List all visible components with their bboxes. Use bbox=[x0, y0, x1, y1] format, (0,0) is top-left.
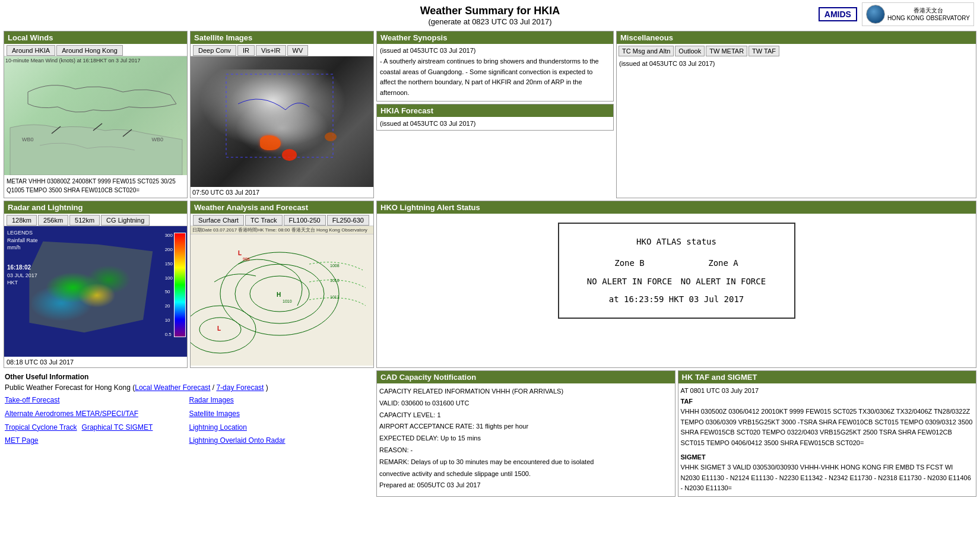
tab-surface-chart[interactable]: Surface Chart bbox=[193, 215, 244, 226]
pressure-contours: H 1010 L L 998 1008 1010 1012 bbox=[191, 234, 373, 364]
svg-text:1010: 1010 bbox=[283, 299, 292, 303]
hk-taf-sigmet-panel: HK TAF and SIGMET AT 0801 UTC 03 July 20… bbox=[678, 370, 977, 497]
cad-line-1: VALID: 030600 to 031600 UTC bbox=[379, 398, 673, 410]
synopsis-text: - A southerly airstream continues to bri… bbox=[380, 56, 610, 98]
tab-deep-conv[interactable]: Deep Conv bbox=[193, 45, 236, 56]
weather-synopsis-panel: Weather Synopsis (issued at 0453UTC 03 J… bbox=[376, 31, 614, 101]
sigmet-label: SIGMET bbox=[681, 452, 974, 463]
seven-day-link[interactable]: 7-day Forecast bbox=[216, 383, 264, 392]
local-winds-header: Local Winds bbox=[4, 31, 187, 44]
tab-around-hk[interactable]: Around Hong Kong bbox=[56, 45, 123, 56]
link-radar-images[interactable]: Radar Images bbox=[189, 394, 373, 407]
map-label-wd1: WB0 bbox=[151, 137, 163, 142]
radar-echo bbox=[31, 252, 150, 331]
sat-conv-blob1 bbox=[260, 135, 281, 150]
tab-512km[interactable]: 512km bbox=[69, 215, 100, 226]
link-takeoff[interactable]: Take-off Forecast bbox=[5, 394, 189, 407]
analysis-map-header: 日期Date 03.07.2017 香港時間HK Time: 08:00 香港天… bbox=[191, 226, 373, 234]
satellite-timestamp: 07:50 UTC 03 Jul 2017 bbox=[191, 187, 373, 198]
satellite-images-panel: Satellite Images Deep Conv IR Vis+IR WV … bbox=[190, 31, 374, 198]
svg-text:L: L bbox=[217, 325, 221, 332]
hko-text: 香港天文台 HONG KONG OBSERVATORY bbox=[887, 7, 970, 22]
satellite-tabs: Deep Conv IR Vis+IR WV bbox=[191, 44, 373, 56]
atlas-statuses: NO ALERT IN FORCE NO ALERT IN FORCE bbox=[583, 272, 770, 291]
hko-logo: 香港天文台 HONG KONG OBSERVATORY bbox=[862, 2, 974, 26]
amids-logo: AMIDS bbox=[819, 7, 857, 21]
tab-tc-msg[interactable]: TC Msg and Altn bbox=[619, 46, 674, 56]
link-graphical-tc[interactable]: Graphical TC SIGMET bbox=[82, 421, 153, 434]
svg-text:H: H bbox=[277, 291, 281, 298]
tab-256km[interactable]: 256km bbox=[38, 215, 68, 226]
tab-ir[interactable]: IR bbox=[237, 45, 255, 56]
link-satellite-images[interactable]: Satellite Images bbox=[189, 407, 373, 421]
miscellaneous-panel: Miscellaneous TC Msg and Altn Outlook TW… bbox=[616, 31, 976, 198]
local-weather-link[interactable]: Local Weather Forecast bbox=[135, 383, 210, 392]
taf-timestamp: AT 0801 UTC 03 July 2017 bbox=[681, 386, 974, 396]
link-tropical[interactable]: Tropical Cyclone Track bbox=[5, 421, 77, 434]
tab-outlook[interactable]: Outlook bbox=[675, 46, 705, 56]
hko-globe-icon bbox=[866, 5, 885, 24]
satellite-header: Satellite Images bbox=[191, 31, 373, 44]
satellite-image bbox=[191, 56, 373, 187]
synopsis-forecast-col: Weather Synopsis (issued at 0453UTC 03 J… bbox=[376, 31, 614, 198]
synopsis-issued: (issued at 0453UTC 03 Jul 2017) bbox=[380, 47, 610, 54]
cad-capacity-panel: CAD Capacity Notification CAPACITY RELAT… bbox=[376, 370, 675, 497]
radar-timestamp: 08:18 UTC 03 Jul 2017 bbox=[4, 357, 187, 367]
tab-128km[interactable]: 128km bbox=[7, 215, 37, 226]
radar-colorbar bbox=[174, 233, 186, 337]
analysis-map: H 1010 L L 998 1008 1010 1012 bbox=[191, 234, 373, 364]
radar-tabs: 128km 256km 512km CG Lightning bbox=[4, 214, 187, 226]
link-met[interactable]: MET Page bbox=[5, 434, 189, 448]
cad-content: CAPACITY RELATED INFORMATION VHHH (FOR A… bbox=[377, 383, 675, 494]
sat-convection-svg bbox=[191, 56, 373, 187]
tab-vis-ir[interactable]: Vis+IR bbox=[256, 45, 286, 56]
map-label-wd0: WB0 bbox=[22, 137, 34, 142]
other-info-title: Other Useful Information bbox=[5, 373, 373, 381]
synopsis-header: Weather Synopsis bbox=[377, 31, 613, 44]
tab-cg-lightning[interactable]: CG Lightning bbox=[101, 215, 150, 226]
tab-fl100-250[interactable]: FL100-250 bbox=[284, 215, 326, 226]
cad-line-6: REMARK: Delays of up to 30 minutes may b… bbox=[379, 456, 673, 468]
cad-line-2: CAPACITY LEVEL: 1 bbox=[379, 410, 673, 421]
sigmet-text: VHHK SIGMET 3 VALID 030530/030930 VHHH-V… bbox=[681, 462, 974, 494]
metar-text: METAR VHHH 030800Z 24008KT 9999 FEW015 S… bbox=[4, 175, 187, 196]
taf-sigmet-content: AT 0801 UTC 03 July 2017 TAF VHHH 030500… bbox=[678, 383, 976, 496]
atlas-zones: Zone B Zone A bbox=[583, 254, 770, 272]
svg-point-7 bbox=[191, 306, 256, 353]
tab-wv[interactable]: WV bbox=[287, 45, 309, 56]
misc-header: Miscellaneous bbox=[617, 31, 976, 44]
analysis-map-container: 日期Date 03.07.2017 香港時間HK Time: 08:00 香港天… bbox=[191, 226, 373, 366]
tab-tw-taf[interactable]: TW TAF bbox=[749, 46, 779, 56]
radar-time-overlay: LEGENDS Rainfall Rate mm/h 16:18:02 03 J… bbox=[7, 229, 38, 287]
link-lightning-radar[interactable]: Lightning Overlaid Onto Radar bbox=[189, 434, 373, 448]
forecast-slash: / bbox=[210, 383, 216, 392]
cad-line-4: EXPECTED DELAY: Up to 15 mins bbox=[379, 433, 673, 445]
winds-map: 10-minute Mean Wind (knots) at 16:18HKT … bbox=[4, 56, 187, 175]
lightning-header: HKO Lightning Alert Status bbox=[377, 201, 976, 214]
local-winds-tabs: Around HKIA Around Hong Kong bbox=[4, 44, 187, 56]
tab-tw-metar[interactable]: TW METAR bbox=[706, 46, 747, 56]
weather-analysis-panel: Weather Analysis and Forecast Surface Ch… bbox=[190, 201, 374, 368]
public-forecast-prefix: Public Weather Forecast for Hong Kong ( bbox=[5, 383, 135, 392]
tab-fl250-630[interactable]: FL250-630 bbox=[327, 215, 369, 226]
zone-b-label: Zone B bbox=[614, 254, 645, 272]
link-lightning-loc[interactable]: Lightning Location bbox=[189, 421, 373, 434]
links-grid: Take-off Forecast Alternate Aerodromes M… bbox=[5, 394, 373, 448]
tab-around-hkia[interactable]: Around HKIA bbox=[7, 45, 55, 56]
tab-tc-track[interactable]: TC Track bbox=[245, 215, 283, 226]
atlas-status-box: HKO ATLAS status Zone B Zone A NO ALERT … bbox=[558, 223, 795, 319]
radar-scale-labels: 300 200 150 100 50 20 10 0.5 bbox=[165, 233, 173, 337]
cad-line-7: convective activity and schedule slippag… bbox=[379, 468, 673, 480]
link-alternate[interactable]: Alternate Aerodromes METAR/SPECI/TAF bbox=[5, 407, 189, 421]
hkia-forecast-header: HKIA Forecast bbox=[377, 104, 613, 117]
close-paren: ) bbox=[264, 383, 268, 392]
cad-line-0: CAPACITY RELATED INFORMATION VHHH (FOR A… bbox=[379, 386, 673, 398]
svg-text:1012: 1012 bbox=[330, 295, 340, 299]
cad-line-3: AIRPORT ACCEPTANCE RATE: 31 flights per … bbox=[379, 421, 673, 433]
coastline-svg bbox=[4, 56, 187, 175]
logo-area: AMIDS 香港天文台 HONG KONG OBSERVATORY bbox=[819, 2, 974, 26]
analysis-header: Weather Analysis and Forecast bbox=[191, 201, 373, 214]
svg-text:L: L bbox=[238, 250, 242, 256]
atlas-timestamp: at 16:23:59 HKT 03 Jul 2017 bbox=[583, 290, 770, 309]
hkia-forecast-content: (issued at 0453UTC 03 Jul 2017) bbox=[377, 117, 613, 130]
